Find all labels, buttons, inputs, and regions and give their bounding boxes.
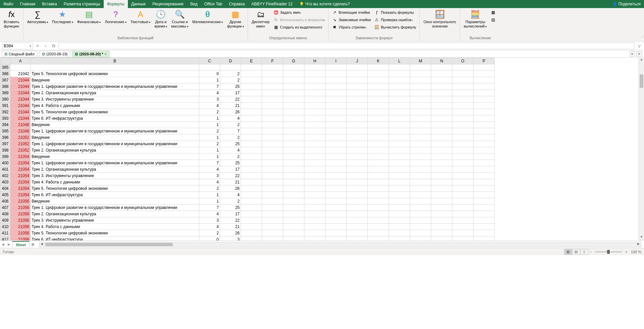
cell[interactable] xyxy=(452,109,474,115)
cell[interactable] xyxy=(474,192,495,198)
cell[interactable]: 21054 xyxy=(10,185,31,192)
cell[interactable] xyxy=(283,71,304,77)
cell[interactable]: 4 xyxy=(199,90,220,96)
row-header[interactable]: 410 xyxy=(0,224,10,230)
cell[interactable] xyxy=(452,230,474,236)
cell[interactable]: 7 xyxy=(199,205,220,211)
cell[interactable]: 21052 xyxy=(10,147,31,154)
cell[interactable]: 17 xyxy=(220,211,241,217)
cell[interactable] xyxy=(431,230,452,236)
cell[interactable] xyxy=(347,154,368,160)
cell[interactable] xyxy=(474,134,495,141)
name-box[interactable]: B384▾ xyxy=(2,43,33,49)
menu-tab-справка[interactable]: Справка xyxy=(226,0,248,8)
cell[interactable]: 21044 xyxy=(10,96,31,103)
cell[interactable] xyxy=(368,173,389,179)
menu-tab-данные[interactable]: Данные xyxy=(128,0,149,8)
cell[interactable] xyxy=(431,115,452,122)
hscrollbar-thumb[interactable] xyxy=(45,243,173,246)
cell[interactable]: 2 xyxy=(199,141,220,147)
cell[interactable] xyxy=(474,128,495,134)
cell[interactable] xyxy=(241,179,262,185)
cell[interactable] xyxy=(283,109,304,115)
cell[interactable] xyxy=(283,90,304,96)
cell[interactable]: 21054 xyxy=(10,179,31,185)
row-header[interactable]: 402 xyxy=(0,173,10,179)
workbook-tab[interactable]: ▧(2020-08-19) xyxy=(39,51,71,57)
cell[interactable] xyxy=(304,64,326,71)
cell[interactable] xyxy=(241,128,262,134)
cell[interactable]: 17 xyxy=(220,90,241,96)
cell[interactable] xyxy=(262,141,283,147)
cell[interactable] xyxy=(410,84,431,90)
cell[interactable] xyxy=(389,173,410,179)
cell[interactable] xyxy=(262,77,283,84)
tab-list-button[interactable]: ▾ xyxy=(630,51,635,57)
cell[interactable] xyxy=(452,141,474,147)
cell[interactable] xyxy=(389,77,410,84)
row-header[interactable]: 405 xyxy=(0,192,10,198)
cell[interactable]: 1 xyxy=(199,134,220,141)
cell[interactable] xyxy=(347,192,368,198)
cell[interactable] xyxy=(389,103,410,109)
menu-tab-abbyy finereader 12[interactable]: ABBYY FineReader 12 xyxy=(248,0,296,8)
cell[interactable]: 21056 xyxy=(10,205,31,211)
cell[interactable] xyxy=(452,64,474,71)
cell[interactable] xyxy=(304,77,326,84)
cell[interactable] xyxy=(368,160,389,166)
cell[interactable]: Введение xyxy=(31,198,199,205)
cell[interactable] xyxy=(304,147,326,154)
cell[interactable] xyxy=(431,128,452,134)
column-header[interactable]: B xyxy=(31,58,199,64)
cell[interactable] xyxy=(410,141,431,147)
cell[interactable]: 4 xyxy=(199,166,220,173)
cell[interactable] xyxy=(431,198,452,205)
cell[interactable] xyxy=(452,128,474,134)
cell[interactable] xyxy=(452,71,474,77)
cell[interactable] xyxy=(368,84,389,90)
cell[interactable] xyxy=(389,185,410,192)
sheet-nav-prev[interactable]: ◀ xyxy=(0,241,6,248)
cell[interactable] xyxy=(241,147,262,154)
cell[interactable] xyxy=(304,166,326,173)
math-button[interactable]: θМатематические xyxy=(191,9,225,35)
select-all-corner[interactable] xyxy=(0,58,10,64)
cell[interactable] xyxy=(326,154,347,160)
view-page-break-button[interactable]: ▯ xyxy=(580,249,588,255)
cell[interactable] xyxy=(431,71,452,77)
row-header[interactable]: 394 xyxy=(0,122,10,128)
row-header[interactable]: 408 xyxy=(0,211,10,217)
cell[interactable] xyxy=(283,166,304,173)
cell[interactable]: Трек 1. Цифровое развитие в государствен… xyxy=(31,205,199,211)
cell[interactable] xyxy=(326,96,347,103)
cell[interactable] xyxy=(304,128,326,134)
cell[interactable] xyxy=(262,179,283,185)
cell[interactable] xyxy=(452,103,474,109)
cell[interactable] xyxy=(241,134,262,141)
cell[interactable]: 21 xyxy=(220,179,241,185)
cell[interactable]: Трек 5. Технологии цифровой экономики xyxy=(31,230,199,236)
text-button[interactable]: AТекстовые xyxy=(129,9,152,35)
cell[interactable]: 7 xyxy=(199,84,220,90)
workbook-tab[interactable]: ▧Сводный файл xyxy=(1,51,38,57)
close-icon[interactable]: × xyxy=(104,52,106,56)
cell[interactable]: 3 xyxy=(220,236,241,241)
column-header[interactable]: L xyxy=(389,58,410,64)
cell[interactable] xyxy=(389,205,410,211)
cell[interactable] xyxy=(283,141,304,147)
cell[interactable]: 4 xyxy=(220,115,241,122)
row-header[interactable]: 403 xyxy=(0,179,10,185)
menu-tab-рецензирование[interactable]: Рецензирование xyxy=(149,0,187,8)
workbook-tab[interactable]: ▧(2020-08-20) *× xyxy=(72,51,109,57)
cell[interactable] xyxy=(304,205,326,211)
cell[interactable] xyxy=(368,141,389,147)
cell[interactable] xyxy=(410,77,431,84)
cell[interactable] xyxy=(262,84,283,90)
name-manager-button[interactable]: 🗂Диспетчеримен xyxy=(250,9,271,35)
cell[interactable] xyxy=(347,77,368,84)
cell[interactable] xyxy=(368,128,389,134)
cell[interactable]: Трек 6. ИТ-инфраструктура xyxy=(31,192,199,198)
row-header[interactable]: 399 xyxy=(0,154,10,160)
sheet-nav-next[interactable]: ▶ xyxy=(6,241,12,248)
cell[interactable]: 2 xyxy=(220,198,241,205)
